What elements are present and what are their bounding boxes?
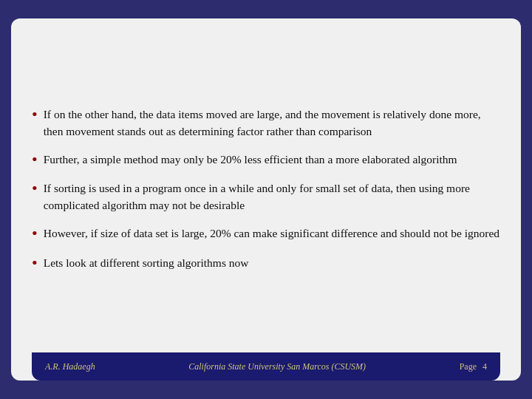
bullet-text-3: If sorting is used in a program once in …	[44, 180, 500, 214]
slide-container: • If on the other hand, the data items m…	[11, 18, 521, 381]
bullet-text-1: If on the other hand, the data items mov…	[44, 106, 500, 140]
bullet-text-5: Lets look at different sorting algorithm…	[44, 255, 500, 271]
bullet-dot-5: •	[32, 254, 38, 272]
bullet-text-2: Further, a simple method may only be 20%…	[44, 151, 500, 168]
bullet-item-1: • If on the other hand, the data items m…	[32, 106, 500, 140]
footer-author: A.R. Hadaegh	[45, 361, 95, 372]
footer-page-label: Page	[460, 361, 477, 372]
bullet-dot-4: •	[32, 225, 38, 242]
footer-page-number: 4	[482, 361, 487, 372]
slide-footer: A.R. Hadaegh California State University…	[32, 352, 500, 381]
footer-page: Page 4	[460, 361, 487, 372]
bullet-item-2: • Further, a simple method may only be 2…	[32, 151, 500, 168]
bullet-dot-3: •	[32, 180, 38, 197]
content-area: • If on the other hand, the data items m…	[32, 33, 500, 352]
bullet-text-4: However, if size of data set is large, 2…	[44, 225, 500, 242]
bullet-dot-2: •	[32, 151, 38, 168]
bullet-item-3: • If sorting is used in a program once i…	[32, 180, 500, 214]
bullet-item-5: • Lets look at different sorting algorit…	[32, 255, 500, 272]
bullet-dot-1: •	[32, 106, 38, 123]
bullet-item-4: • However, if size of data set is large,…	[32, 225, 500, 242]
footer-institution: California State University San Marcos (…	[188, 361, 366, 372]
